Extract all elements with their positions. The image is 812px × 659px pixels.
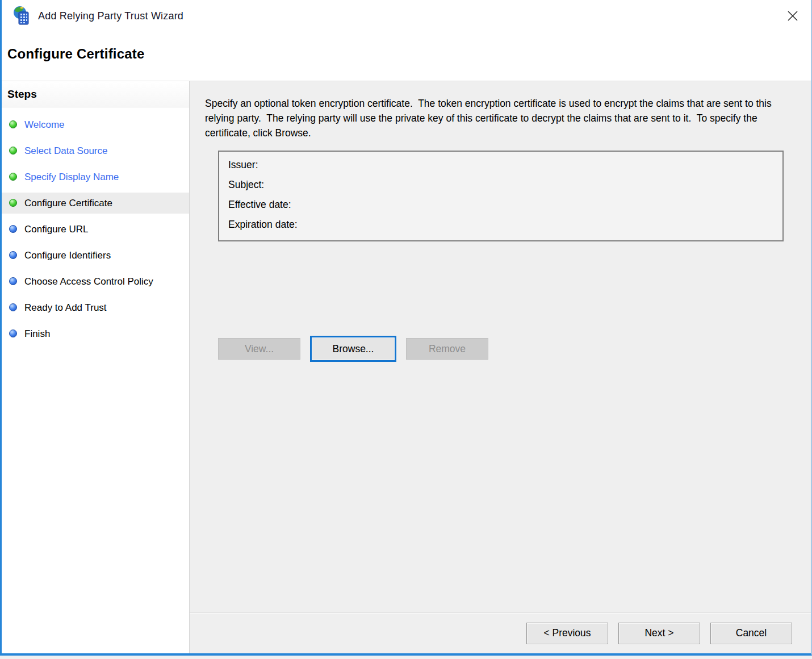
desktop-backdrop: Add Relying Party Trust Wizard Configure… <box>0 0 812 659</box>
certificate-issuer-row: Issuer: <box>228 159 773 171</box>
close-icon <box>786 9 800 23</box>
page-description: Specify an optional token encryption cer… <box>205 96 799 140</box>
page-heading-band: Configure Certificate <box>2 32 811 81</box>
close-button[interactable] <box>784 7 802 25</box>
certificate-effective-date-row: Effective date: <box>228 199 773 211</box>
wizard-footer: < Previous Next > Cancel <box>190 612 811 653</box>
issuer-label: Issuer: <box>228 159 258 170</box>
expiration-date-label: Expiration date: <box>228 219 298 230</box>
step-item-specify-display-name[interactable]: Specify Display Name <box>2 166 189 187</box>
certificate-details-box: Issuer: Subject: Effective date: Expirat… <box>218 151 784 241</box>
certificate-expiration-date-row: Expiration date: <box>228 219 773 231</box>
step-done-bullet-icon <box>9 147 17 155</box>
view-button[interactable]: View... <box>218 338 300 360</box>
remove-button[interactable]: Remove <box>406 338 488 360</box>
wizard-dialog: Add Relying Party Trust Wizard Configure… <box>0 0 812 656</box>
certificate-subject-row: Subject: <box>228 179 773 191</box>
step-item-configure-url: Configure URL <box>2 219 189 240</box>
effective-date-label: Effective date: <box>228 199 291 210</box>
content-area: Steps Welcome Select Data Source Specify… <box>2 81 811 653</box>
cancel-button[interactable]: Cancel <box>710 623 792 644</box>
page-title: Configure Certificate <box>7 46 811 62</box>
step-todo-bullet-icon <box>9 251 17 259</box>
step-item-configure-certificate: Configure Certificate <box>2 193 189 214</box>
certificate-actions: View... Browse... Remove <box>218 336 488 362</box>
step-todo-bullet-icon <box>9 303 17 311</box>
step-todo-bullet-icon <box>9 330 17 337</box>
step-done-bullet-icon <box>9 173 17 181</box>
steps-sidebar: Steps Welcome Select Data Source Specify… <box>2 81 190 653</box>
step-item-ready-to-add-trust: Ready to Add Trust <box>2 297 189 318</box>
main-panel: Specify an optional token encryption cer… <box>190 81 811 653</box>
browse-button[interactable]: Browse... <box>310 336 396 362</box>
previous-button[interactable]: < Previous <box>526 623 608 644</box>
step-item-configure-identifiers: Configure Identifiers <box>2 245 189 266</box>
adfs-wizard-icon <box>12 6 32 26</box>
steps-heading: Steps <box>2 81 189 107</box>
next-button[interactable]: Next > <box>618 623 700 644</box>
step-item-welcome[interactable]: Welcome <box>2 114 189 135</box>
step-item-choose-access-control-policy: Choose Access Control Policy <box>2 271 189 292</box>
step-todo-bullet-icon <box>9 225 17 233</box>
subject-label: Subject: <box>228 179 264 190</box>
title-bar: Add Relying Party Trust Wizard <box>2 0 811 32</box>
steps-list: Welcome Select Data Source Specify Displ… <box>2 114 189 344</box>
step-todo-bullet-icon <box>9 277 17 285</box>
window-title: Add Relying Party Trust Wizard <box>38 10 183 22</box>
step-item-select-data-source[interactable]: Select Data Source <box>2 140 189 161</box>
step-done-bullet-icon <box>9 199 17 207</box>
step-done-bullet-icon <box>9 120 17 128</box>
step-item-finish: Finish <box>2 323 189 344</box>
